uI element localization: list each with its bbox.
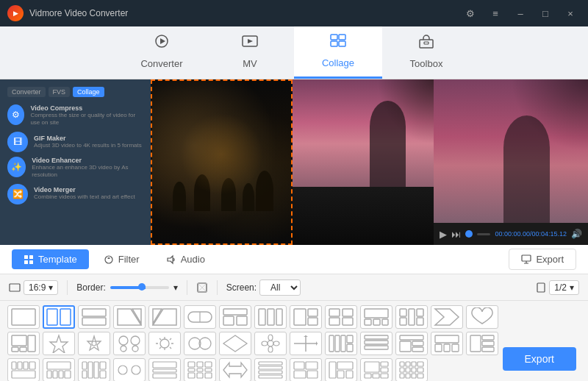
export-toolbar-button[interactable]: Export — [509, 249, 576, 270]
template-h3[interactable] — [254, 305, 287, 329]
right-bottom-clip[interactable] — [293, 187, 434, 245]
settings-button[interactable]: ⚙ — [460, 6, 481, 21]
template-arrows[interactable] — [219, 358, 251, 381]
left-clip[interactable] — [151, 79, 293, 245]
tab-toolbox[interactable]: Toolbox — [382, 26, 470, 79]
template-h-many[interactable] — [254, 358, 287, 381]
maximize-button[interactable]: □ — [535, 6, 556, 21]
template-corner[interactable] — [7, 332, 40, 355]
svg-point-63 — [121, 346, 126, 352]
template-split-v2[interactable] — [43, 305, 75, 329]
template-grid-9[interactable] — [184, 358, 216, 381]
left-tab-fvs[interactable]: FVS — [49, 87, 71, 97]
svg-rect-151 — [400, 368, 404, 372]
gif-btn[interactable]: 🎞 — [7, 132, 28, 152]
template-grid-lg[interactable] — [360, 358, 392, 381]
template-circle-4[interactable] — [113, 332, 146, 355]
progress-dot[interactable] — [465, 230, 473, 238]
left-tab-converter[interactable]: Converter — [7, 87, 46, 97]
converter-icon — [153, 33, 171, 54]
page-value: 1/2 — [554, 282, 567, 293]
filter-tab[interactable]: Filter — [92, 249, 151, 269]
template-heart[interactable] — [466, 305, 498, 329]
template-grid-8[interactable] — [78, 358, 110, 381]
tab-mv[interactable]: MV — [206, 26, 294, 79]
merger-btn[interactable]: 🔀 — [7, 184, 28, 204]
aspect-dropdown[interactable]: 16:9 ▾ — [24, 280, 58, 295]
svg-rect-11 — [29, 255, 33, 259]
compress-btn[interactable]: ⚙ — [7, 104, 24, 125]
svg-rect-45 — [365, 319, 371, 325]
volume-icon[interactable]: 🔊 — [571, 229, 582, 239]
template-tab[interactable]: Template — [12, 249, 89, 269]
template-grid-sm[interactable] — [395, 358, 428, 381]
svg-marker-128 — [223, 363, 247, 377]
template-arrow-r[interactable] — [431, 305, 463, 329]
svg-rect-146 — [381, 374, 388, 378]
template-h5-alt[interactable] — [395, 332, 428, 355]
template-pill[interactable] — [184, 305, 216, 329]
step-button[interactable]: ⏭ — [451, 229, 461, 240]
enhance-btn[interactable]: ✨ — [7, 157, 26, 177]
svg-rect-144 — [365, 374, 371, 378]
template-diag-l[interactable] — [113, 305, 146, 329]
play-button[interactable]: ▶ — [440, 229, 447, 240]
template-h5[interactable] — [360, 332, 392, 355]
fill-control[interactable] — [196, 282, 208, 293]
svg-rect-150 — [417, 362, 423, 366]
template-h-mixed[interactable] — [290, 358, 322, 381]
page-dropdown[interactable]: 1/2 ▾ — [549, 280, 579, 295]
close-button[interactable]: × — [560, 6, 581, 21]
template-h4l[interactable] — [290, 305, 322, 329]
template-v5[interactable] — [325, 332, 357, 355]
svg-rect-90 — [435, 335, 459, 343]
tab-collage[interactable]: Collage — [294, 26, 382, 79]
screen-dropdown[interactable]: All — [259, 279, 301, 296]
left-tab-collage[interactable]: Collage — [73, 87, 104, 97]
template-gear[interactable] — [148, 332, 181, 355]
minimize-button[interactable]: – — [510, 6, 531, 21]
progress-bar[interactable] — [477, 233, 490, 235]
template-star[interactable] — [43, 332, 75, 355]
border-slider[interactable] — [110, 286, 169, 289]
template-cross-arrow[interactable] — [290, 332, 322, 355]
svg-rect-43 — [343, 318, 353, 325]
center-collage-preview[interactable]: ⊞ — [151, 79, 434, 245]
svg-rect-123 — [197, 368, 203, 371]
template-diag-r[interactable] — [148, 305, 181, 329]
template-v6[interactable] — [466, 332, 498, 355]
figure-3 — [221, 178, 236, 211]
title-bar-controls: ⚙ ≡ – □ × — [460, 6, 581, 21]
template-grid-mix[interactable] — [325, 358, 357, 381]
audio-tab[interactable]: Audio — [154, 249, 217, 269]
svg-rect-130 — [259, 366, 282, 369]
svg-rect-82 — [347, 344, 353, 352]
video-area: Converter FVS Collage ⚙ Video Compress C… — [0, 79, 588, 245]
template-diamond[interactable] — [219, 332, 251, 355]
border-dropdown-arrow[interactable]: ▾ — [173, 282, 178, 293]
template-h6[interactable] — [431, 332, 463, 355]
template-v4-alt[interactable] — [360, 305, 392, 329]
template-v4[interactable] — [325, 305, 357, 329]
template-tv[interactable] — [148, 358, 181, 381]
svg-rect-24 — [82, 318, 106, 325]
mv-icon — [241, 33, 259, 54]
template-wide-3[interactable] — [219, 305, 251, 329]
export-button[interactable]: Export — [503, 347, 576, 371]
template-split-h2[interactable] — [78, 305, 110, 329]
template-row-1 — [7, 305, 581, 329]
template-cross[interactable] — [395, 305, 428, 329]
tab-converter[interactable]: Converter — [118, 26, 206, 79]
right-top-clip[interactable] — [293, 79, 434, 187]
template-circles[interactable] — [184, 332, 216, 355]
template-grid-4[interactable] — [7, 358, 40, 381]
template-grid-6[interactable] — [43, 358, 75, 381]
template-star-alt[interactable] — [78, 332, 110, 355]
template-flower[interactable] — [254, 332, 287, 355]
template-grid — [0, 301, 588, 381]
menu-button[interactable]: ≡ — [485, 6, 506, 21]
compress-title: Video Compress — [30, 104, 143, 112]
svg-rect-85 — [365, 346, 388, 349]
template-page[interactable] — [113, 358, 146, 381]
template-single[interactable] — [7, 305, 40, 329]
